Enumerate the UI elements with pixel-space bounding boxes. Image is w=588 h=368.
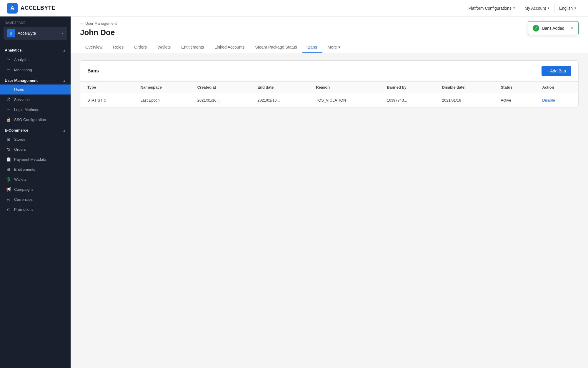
- sidebar-item-stores[interactable]: ⊞ Stores: [0, 134, 71, 144]
- cell-end-date: 2021/01/16...: [250, 93, 309, 107]
- analytics-section-title: Analytics: [5, 48, 22, 52]
- sidebar-item-users-label: Users: [14, 87, 24, 92]
- breadcrumb-arrow-icon: ←: [80, 21, 84, 26]
- add-ban-button[interactable]: + Add Ban: [542, 66, 571, 76]
- my-account-btn[interactable]: My Account ▾: [520, 4, 554, 13]
- sidebar-item-sessions[interactable]: ⏱ Sessions: [0, 95, 71, 105]
- sidebar-item-payment-metadata-label: Payment Metadata: [14, 157, 46, 162]
- bans-table: Type Namespace Created at End date Reaso…: [80, 82, 578, 107]
- tab-more-label: More: [328, 45, 337, 49]
- sidebar-item-promotions[interactable]: 🏷 Promotions: [0, 204, 71, 214]
- logo-icon: A: [7, 3, 18, 14]
- namespace-chevron-icon: ▾: [62, 32, 64, 35]
- cell-banned-by: 16397743...: [380, 93, 435, 107]
- disable-action-link[interactable]: Disable: [542, 98, 555, 102]
- cell-reason: TOS_VIOLATION: [309, 93, 380, 107]
- namespace-icon: ⊟: [7, 29, 15, 37]
- col-end-date: End date: [250, 82, 309, 93]
- campaigns-icon: 📢: [6, 187, 11, 192]
- cell-created-at: 2021/01/16....: [190, 93, 251, 107]
- bans-card-title: Bans: [87, 68, 99, 74]
- cell-namespace: Last Epoch: [134, 93, 190, 107]
- sidebar-item-entitlements[interactable]: ▦ Entitlements: [0, 164, 71, 174]
- tab-entitlements[interactable]: Entitlements: [176, 42, 209, 53]
- analytics-section-chevron-icon: ▲: [63, 49, 66, 52]
- namespace-selector[interactable]: ⊟ AccelByte ▾: [4, 27, 67, 40]
- tabs-container: Overview Roles Orders Wallets Entitlemen…: [80, 42, 579, 53]
- sidebar-item-sessions-label: Sessions: [14, 97, 30, 102]
- sidebar-section-user-management[interactable]: User Management ▲: [0, 75, 71, 84]
- col-disable-date: Disable date: [435, 82, 494, 93]
- sidebar-item-login-methods-label: Login Methods: [14, 107, 39, 112]
- orders-icon: 🛍: [6, 147, 11, 152]
- col-type: Type: [80, 82, 134, 93]
- sidebar-item-orders-label: Orders: [14, 147, 26, 152]
- user-management-section-title: User Management: [5, 78, 38, 83]
- sidebar-item-orders[interactable]: 🛍 Orders: [0, 144, 71, 154]
- toast-notification: ✓ Bans Added ×: [528, 21, 579, 35]
- login-methods-icon: →: [6, 107, 11, 112]
- col-reason: Reason: [309, 82, 380, 93]
- tab-orders[interactable]: Orders: [129, 42, 152, 53]
- sidebar-section-ecommerce[interactable]: E-Commerce ▲: [0, 125, 71, 134]
- entitlements-icon: ▦: [6, 167, 11, 172]
- cell-type: STATISTIC: [80, 93, 134, 107]
- table-row: STATISTIC Last Epoch 2021/01/16.... 2021…: [80, 93, 578, 107]
- toast-message: Bans Added: [542, 26, 564, 31]
- tab-more[interactable]: More ▾: [322, 42, 346, 53]
- user-management-chevron-icon: ▲: [63, 79, 66, 82]
- breadcrumb-link[interactable]: User Management: [85, 21, 117, 26]
- tab-overview[interactable]: Overview: [80, 42, 108, 53]
- sessions-icon: ⏱: [6, 97, 11, 102]
- sidebar-item-wallets[interactable]: 💲 Wallets: [0, 174, 71, 184]
- tab-steam-package-status[interactable]: Steam Package Status: [250, 42, 302, 53]
- sidebar-item-campaigns-label: Campaigns: [14, 187, 34, 192]
- tab-linked-accounts[interactable]: Linked Accounts: [209, 42, 250, 53]
- bans-card: Bans + Add Ban Type Namespace Created at…: [80, 60, 579, 107]
- sidebar-item-currencies-label: Currencies: [14, 197, 33, 202]
- breadcrumb: ← User Management: [80, 21, 579, 26]
- sidebar-item-campaigns[interactable]: 📢 Campaigns: [0, 184, 71, 194]
- page-title: John Doe: [80, 28, 579, 37]
- namespace-name: AccelByte: [18, 31, 59, 36]
- sidebar-item-stores-label: Stores: [14, 137, 25, 142]
- col-created-at: Created at: [190, 82, 251, 93]
- col-banned-by: Banned by: [380, 82, 435, 93]
- ecommerce-section-title: E-Commerce: [5, 128, 28, 132]
- sidebar-section-analytics[interactable]: Analytics ▲: [0, 44, 71, 54]
- currencies-icon: %: [6, 197, 11, 202]
- sidebar-item-wallets-label: Wallets: [14, 177, 26, 182]
- col-namespace: Namespace: [134, 82, 190, 93]
- my-account-chevron-icon: ▾: [548, 6, 549, 10]
- page-header: ✓ Bans Added × ← User Management John Do…: [71, 16, 588, 53]
- wallets-icon: 💲: [6, 177, 11, 182]
- stores-icon: ⊞: [6, 137, 11, 142]
- top-nav-right: Platform Configurations ▾ My Account ▾ E…: [464, 4, 581, 13]
- toast-check-icon: ✓: [533, 25, 539, 32]
- content-area: Bans + Add Ban Type Namespace Created at…: [71, 53, 588, 368]
- promotions-icon: 🏷: [6, 207, 11, 212]
- sidebar: NAMESPACE ⊟ AccelByte ▾ Analytics ▲ 〜 An…: [0, 16, 71, 368]
- analytics-icon: 〜: [6, 57, 11, 62]
- tab-wallets[interactable]: Wallets: [152, 42, 176, 53]
- namespace-label: NAMESPACE: [0, 16, 71, 26]
- toast-close-button[interactable]: ×: [571, 26, 574, 31]
- sidebar-item-analytics-label: Analytics: [14, 57, 29, 62]
- logo-area: A ACCELBYTE: [7, 3, 464, 14]
- cell-action: Disable: [535, 93, 578, 107]
- platform-configurations-btn[interactable]: Platform Configurations ▾: [464, 4, 520, 13]
- col-status: Status: [494, 82, 535, 93]
- sso-configuration-icon: 🔒: [6, 117, 11, 122]
- users-icon: 👤: [6, 87, 11, 92]
- sidebar-item-sso-configuration[interactable]: 🔒 SSO Configuration: [0, 115, 71, 125]
- sidebar-item-analytics[interactable]: 〜 Analytics: [0, 54, 71, 65]
- sidebar-item-payment-metadata[interactable]: 📋 Payment Metadata: [0, 154, 71, 164]
- language-btn[interactable]: English ▾: [554, 4, 581, 13]
- language-chevron-icon: ▾: [574, 6, 576, 10]
- sidebar-item-login-methods[interactable]: → Login Methods: [0, 105, 71, 115]
- sidebar-item-currencies[interactable]: % Currencies: [0, 194, 71, 204]
- sidebar-item-monitoring[interactable]: ▭ Monitoring: [0, 65, 71, 75]
- sidebar-item-users[interactable]: 👤 Users: [0, 84, 71, 95]
- tab-roles[interactable]: Roles: [108, 42, 129, 53]
- tab-bans[interactable]: Bans: [302, 42, 322, 53]
